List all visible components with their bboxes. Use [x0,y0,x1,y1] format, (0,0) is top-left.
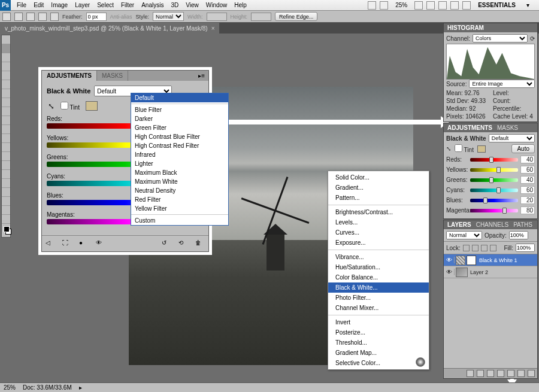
color-swatches[interactable] [2,224,11,237]
marquee-new-icon[interactable] [14,13,23,21]
marquee-int-icon[interactable] [50,13,59,21]
gradient-tool[interactable] [2,134,10,143]
slider-value[interactable]: 40 [520,156,535,163]
previous-icon[interactable]: ↺ [162,239,171,248]
lock-move-icon[interactable] [481,245,487,251]
menu-item[interactable]: Levels... [328,217,429,227]
blend-mode-select[interactable]: Normal [446,231,482,239]
move-tool[interactable] [2,35,10,44]
brush-tool[interactable] [2,98,10,107]
healing-tool[interactable] [2,89,10,98]
fx-icon[interactable] [477,370,484,377]
tab-masks[interactable]: MASKS [497,124,518,131]
tab-adjustments[interactable]: ADJUSTMENTS [447,124,492,131]
bridge-icon[interactable] [368,1,376,10]
menu-item[interactable]: Curves... [328,227,429,238]
tint-checkbox[interactable]: Tint [60,102,80,111]
opacity-input[interactable] [509,231,528,239]
visibility-icon[interactable]: 👁 [96,239,105,248]
menu-edit[interactable]: Edit [30,2,47,8]
menu-help[interactable]: Help [231,2,250,8]
slider-track[interactable] [470,168,518,172]
menu-item[interactable]: Brightness/Contrast... [328,207,429,217]
auto-button[interactable]: Auto [511,144,535,153]
panel-menu-icon[interactable]: ▸≡ [195,71,208,81]
workspace-label[interactable]: ESSENTIALS [474,2,519,8]
visibility-icon[interactable]: 👁 [444,269,455,275]
menu-item[interactable]: Selective Color... [328,358,429,368]
tint-swatch[interactable] [477,145,486,153]
lasso-tool[interactable] [2,53,10,62]
preset-item[interactable]: Default [131,93,228,102]
reset-icon[interactable]: ⟲ [178,239,188,248]
marquee-sub-icon[interactable] [38,13,47,21]
menu-item[interactable]: Black & White... [328,282,429,293]
preset-item[interactable]: Green Filter [131,123,228,132]
preset-item[interactable]: Blue Filter [131,105,228,114]
tab-histogram[interactable]: HISTOGRAM [447,25,484,31]
shape-tool[interactable] [2,188,10,197]
preset-item[interactable]: High Contrast Blue Filter [131,132,228,141]
history-brush-tool[interactable] [2,116,10,125]
workspace-dropdown-icon[interactable]: ▾ [523,2,533,8]
quickselect-tool[interactable] [2,62,10,71]
screenmode-icon[interactable] [462,1,471,10]
preset-item[interactable]: Neutral Density [131,186,228,195]
preset-item[interactable]: Maximum Black [131,168,228,177]
type-tool[interactable] [2,170,10,179]
menu-window[interactable]: Window [202,2,231,8]
clip-icon[interactable]: ● [79,239,89,248]
trash-icon[interactable]: 🗑 [195,239,205,248]
stamp-tool[interactable] [2,107,10,116]
menu-item[interactable]: Pattern... [328,193,429,203]
layer-row[interactable]: 👁Layer 2 [444,266,537,278]
menu-filter[interactable]: Filter [117,2,138,8]
mask-thumb[interactable] [467,256,476,265]
new-layer-icon[interactable] [517,370,525,377]
foreground-swatch[interactable] [4,226,10,232]
menu-image[interactable]: Image [47,2,71,8]
status-menu-icon[interactable]: ▸ [79,384,82,391]
menu-item[interactable]: Exposure... [328,238,429,248]
menu-analysis[interactable]: Analysis [138,2,167,8]
mask-icon[interactable] [487,370,494,377]
preset-item[interactable]: High Contrast Red Filter [131,141,228,150]
slider-track[interactable] [470,209,518,212]
document-tab[interactable]: v_photo_minsk_windmill_step3.psd @ 25% (… [0,23,219,34]
preset-item[interactable]: Maximum White [131,177,228,186]
tab-layers[interactable]: LAYERS [447,221,471,228]
preset-item[interactable]: Infrared [131,150,228,159]
layer-name[interactable]: Layer 2 [469,269,537,275]
pen-tool[interactable] [2,161,10,170]
target-adjust-icon[interactable]: ⤡ [446,145,451,152]
channel-select[interactable]: Colors [473,34,528,42]
trash-icon[interactable] [528,370,535,377]
layer-row[interactable]: 👁Black & White 1 [444,254,537,266]
tool-preset-icon[interactable] [2,13,11,21]
hand-icon[interactable] [414,1,423,10]
preset-item[interactable]: Darker [131,114,228,123]
source-select[interactable]: Entire Image [469,80,535,88]
preset-dropdown[interactable]: DefaultBlue FilterDarkerGreen FilterHigh… [131,93,229,226]
lock-all-icon[interactable] [490,245,496,251]
tab-channels[interactable]: CHANNELS [476,221,508,228]
visibility-icon[interactable]: 👁 [444,257,455,263]
layer-name[interactable]: Black & White 1 [478,257,537,263]
path-tool[interactable] [2,179,10,188]
slider-track[interactable] [470,189,518,192]
tint-checkbox[interactable]: Tint [455,144,474,153]
menu-view[interactable]: View [182,2,202,8]
link-icon[interactable] [467,370,474,377]
menu-item[interactable]: Gradient Map... [328,348,429,358]
zoom-status[interactable]: 25% [4,384,16,391]
menu-3d[interactable]: 3D [167,2,182,8]
preset-item[interactable]: Lighter [131,159,228,168]
arrange-icon[interactable] [450,1,459,10]
preset-item[interactable]: Yellow Filter [131,204,228,213]
marquee-tool[interactable] [2,44,10,53]
zoom-tool[interactable] [2,215,10,224]
tab-masks[interactable]: MASKS [97,71,128,81]
dodge-tool[interactable] [2,152,10,161]
slider-value[interactable]: 60 [520,166,535,174]
menu-item[interactable]: Vibrance... [328,252,429,262]
